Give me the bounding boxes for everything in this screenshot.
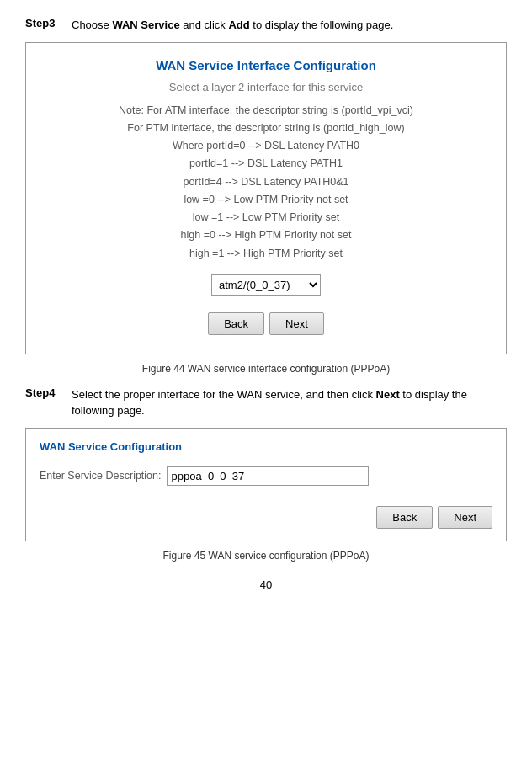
note-line-6: low =1 --> Low PTM Priority set (35, 209, 497, 226)
step3-bold1: WAN Service (112, 19, 179, 31)
note-line-2: Where portId=0 --> DSL Latency PATH0 (35, 137, 497, 155)
step4-bold: Next (376, 388, 400, 401)
service-desc-label: Enter Service Description: (40, 470, 162, 482)
figure45-next-button[interactable]: Next (438, 506, 492, 529)
figure44-next-button[interactable]: Next (269, 312, 324, 335)
figure45-buttons: Back Next (40, 506, 492, 529)
figure44-title: WAN Service Interface Configuration (35, 58, 497, 72)
step4-block: Step4 Select the proper interface for th… (25, 386, 507, 419)
figure45-title: WAN Service Configuration (40, 440, 492, 453)
atm-select-row: atm2/(0_0_37) (35, 274, 497, 296)
note-line-3: portId=1 --> DSL Latency PATH1 (35, 155, 497, 173)
step4-label: Step4 (25, 386, 72, 399)
step4-text: Select the proper interface for the WAN … (72, 386, 507, 419)
figure44-box: WAN Service Interface Configuration Sele… (25, 42, 507, 354)
figure44-caption: Figure 44 WAN service interface configur… (25, 363, 507, 375)
note-line-7: high =0 --> High PTM Priority not set (35, 226, 497, 244)
step3-text: Choose WAN Service Interface Configurati… (72, 17, 507, 34)
figure45-box: WAN Service Configuration Enter Service … (25, 428, 507, 541)
note-line-0: Note: For ATM interface, the descriptor … (35, 102, 497, 120)
step3-block: Step3 Choose WAN Service Interface Confi… (25, 17, 507, 34)
step3-bold2: Add (228, 19, 249, 31)
figure44-back-button[interactable]: Back (208, 312, 264, 335)
note-line-5: low =0 --> Low PTM Priority not set (35, 191, 497, 209)
note-line-4: portId=4 --> DSL Latency PATH0&1 (35, 173, 497, 191)
step3-label: Step3 (25, 17, 72, 29)
service-desc-input[interactable] (167, 466, 369, 486)
figure45-caption: Figure 45 WAN service configuration (PPP… (25, 550, 507, 562)
figure44-buttons: Back Next (35, 312, 497, 335)
atm-select[interactable]: atm2/(0_0_37) (211, 274, 321, 296)
service-desc-row: Enter Service Description: (40, 466, 492, 486)
page-number: 40 (25, 578, 507, 591)
figure44-notes: Note: For ATM interface, the descriptor … (35, 102, 497, 263)
note-line-1: For PTM interface, the descriptor string… (35, 120, 497, 137)
figure45-back-button[interactable]: Back (376, 506, 433, 529)
note-line-8: high =1 --> High PTM Priority set (35, 245, 497, 263)
figure44-subtitle: Select a layer 2 interface for this serv… (35, 81, 497, 93)
